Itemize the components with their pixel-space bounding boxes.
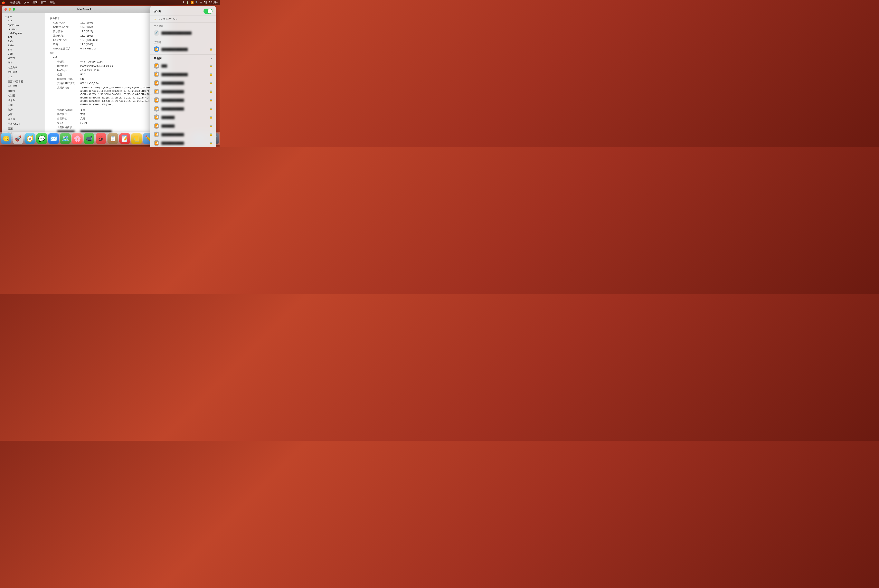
- sidebar-item-opticalburner[interactable]: 光盘刻录: [2, 65, 45, 70]
- network-item-9[interactable]: 📶 ████████████ 🔒: [150, 139, 216, 147]
- wifi-menubar-icon[interactable]: 📶: [190, 1, 194, 4]
- network-item-0[interactable]: 📶 ███ 🔒: [150, 62, 216, 70]
- dock-item-safari[interactable]: 🧭: [24, 133, 35, 144]
- dock-item-mail[interactable]: ✉️: [48, 133, 59, 144]
- dock-item-launchpad[interactable]: 🚀: [13, 133, 23, 144]
- connected-network-name: ██████████████: [161, 48, 207, 51]
- collapse-icon: ▾: [5, 16, 6, 18]
- dock-item-facetime[interactable]: 📹: [84, 133, 94, 144]
- mail-icon: ✉️: [50, 135, 57, 142]
- wifi-panel: Wi-Fi ⚠ 安全性低 (WPA)... 个人热点 🔗 ███████████…: [150, 6, 216, 147]
- sidebar-item-bluetooth[interactable]: 蓝牙: [2, 108, 45, 112]
- warning-icon: ⚠: [154, 18, 156, 21]
- sidebar-item-audio[interactable]: 音频: [2, 126, 45, 131]
- lock-icon-1: 🔒: [209, 73, 213, 76]
- sidebar-item-spi[interactable]: SPI: [2, 48, 45, 52]
- network-item-2[interactable]: 📶 ████████████ 🔒: [150, 79, 216, 87]
- menu-edit[interactable]: 编辑: [33, 1, 38, 4]
- wifi-warning-text: 安全性低 (WPA)...: [158, 17, 177, 21]
- sidebar-item-printer[interactable]: 打印机: [2, 88, 45, 93]
- dock-item-messages[interactable]: 💬: [36, 133, 47, 144]
- window-title: MacBook Pro: [77, 8, 94, 11]
- addon-menu-label: 附加菜单:: [49, 29, 80, 34]
- sidebar-item-pci[interactable]: PCI: [2, 35, 45, 39]
- network-item-5[interactable]: 📶 ████████████ 🔒: [150, 104, 216, 113]
- control-center-icon[interactable]: ⊞: [200, 1, 202, 4]
- sidebar-group-hardware[interactable]: ▾ 硬件: [2, 15, 45, 19]
- wifi-signal-icon-9: 📶: [154, 140, 159, 146]
- sidebar-item-ethernet[interactable]: 以太网: [2, 56, 45, 60]
- dock-item-reminders[interactable]: 📝: [119, 133, 130, 144]
- wifi-signal-icon-5: 📶: [154, 106, 159, 111]
- sidebar-item-sata[interactable]: SATA: [2, 44, 45, 48]
- traffic-lights: [4, 8, 15, 10]
- sidebar-item-parallelscsi[interactable]: 并行 SCSI: [2, 84, 45, 88]
- wake-label: 无线网络唤醒:: [49, 108, 80, 112]
- close-button[interactable]: [4, 8, 7, 10]
- lock-icon-5: 🔒: [209, 107, 213, 110]
- dock-item-clipboard[interactable]: 📋: [108, 133, 118, 144]
- wifi-signal-icon-2: 📶: [154, 80, 159, 86]
- network-name-9: ████████████: [161, 142, 207, 145]
- dock-item-calendar[interactable]: 5月 18: [96, 133, 106, 144]
- dock-item-notes[interactable]: 📒: [131, 133, 142, 144]
- autounlock-label: 自动解锁:: [49, 117, 80, 121]
- sidebar-item-camera[interactable]: 摄像头: [2, 98, 45, 103]
- lock-icon-2: 🔒: [209, 81, 213, 84]
- main-window: MacBook Pro ▾ 硬件 ATA Apple Pay FireWire …: [2, 6, 170, 141]
- sidebar-item-ata[interactable]: ATA: [2, 19, 45, 23]
- clipboard-icon: 📋: [110, 135, 117, 142]
- sidebar-item-thunderbolt[interactable]: 雷雳/USB4: [2, 122, 45, 126]
- sidebar-item-power[interactable]: 电源: [2, 103, 45, 108]
- menu-system-info[interactable]: 系统信息: [10, 1, 21, 4]
- sidebar-item-memory[interactable]: 内存: [2, 75, 45, 79]
- apple-logo-icon[interactable]: 🍎: [2, 1, 5, 4]
- search-icon[interactable]: 🔍: [195, 1, 198, 4]
- country-label: 国家/地区代码:: [49, 77, 80, 81]
- network-name-4: ████████████: [161, 99, 207, 102]
- menu-window[interactable]: 窗口: [41, 1, 46, 4]
- mac-label: MAC地址:: [49, 68, 80, 72]
- wifi-signal-icon-0: 📶: [154, 63, 159, 69]
- software-version-label: 软件版本:: [49, 16, 80, 21]
- sidebar-item-diagnostics[interactable]: 诊断: [2, 112, 45, 117]
- reminders-icon: 📝: [121, 135, 128, 142]
- dock-item-finder[interactable]: 😊: [1, 133, 12, 144]
- other-networks-header[interactable]: 其他网 ▼: [150, 56, 216, 62]
- sidebar-item-cardreader[interactable]: 读卡器: [2, 117, 45, 122]
- lock-icon-7: 🔒: [209, 124, 213, 127]
- sidebar-item-sas[interactable]: SAS: [2, 39, 45, 44]
- hotspot-item[interactable]: 🔗 ████████████████: [150, 28, 216, 37]
- wifi-signal-icon-1: 📶: [154, 72, 159, 77]
- diag-label: 诊断:: [49, 42, 80, 46]
- network-name-6: ███████: [161, 116, 207, 119]
- network-item-7[interactable]: 📶 ███████ 🔒: [150, 122, 216, 130]
- minimize-button[interactable]: [9, 8, 11, 10]
- network-item-6[interactable]: 📶 ███████ 🔒: [150, 113, 216, 122]
- io80211-label: IO80211系列:: [49, 38, 80, 42]
- sidebar-item-fibrechannel[interactable]: 光纤通道: [2, 70, 45, 75]
- calendar-icon: 5月 18: [99, 136, 103, 141]
- menu-help[interactable]: 帮助: [50, 1, 55, 4]
- menu-file[interactable]: 文件: [24, 1, 29, 4]
- dock-item-maps[interactable]: 🗺️: [60, 133, 71, 144]
- network-name-1: ██████████████: [161, 73, 207, 76]
- sidebar-item-applepay[interactable]: Apple Pay: [2, 23, 45, 27]
- network-item-8[interactable]: 📶 ████████████ 🔒: [150, 130, 216, 139]
- sidebar-item-firewire[interactable]: FireWire: [2, 27, 45, 31]
- wifi-toggle[interactable]: [204, 9, 213, 14]
- dock-item-photos[interactable]: 🌸: [72, 133, 82, 144]
- network-item-4[interactable]: 📶 ████████████ 🔒: [150, 96, 216, 104]
- sidebar-item-controller[interactable]: 控制器: [2, 93, 45, 98]
- connected-network-item[interactable]: 📶 ██████████████ 🔒: [150, 45, 216, 54]
- sidebar-item-graphics[interactable]: 图形卡/显示器: [2, 79, 45, 84]
- sysinfo-label: 系统信息:: [49, 34, 80, 38]
- facetime-icon: 📹: [86, 135, 93, 142]
- sidebar-item-usb[interactable]: USB: [2, 52, 45, 56]
- maximize-button[interactable]: [13, 8, 15, 10]
- network-item-3[interactable]: 📶 ████████████ 🔒: [150, 87, 216, 96]
- sidebar-item-nvmexpress[interactable]: NVMExpress: [2, 31, 45, 35]
- launchpad-icon: 🚀: [15, 135, 22, 142]
- sidebar-item-storage[interactable]: 储存: [2, 60, 45, 65]
- network-item-1[interactable]: 📶 ██████████████ 🔒: [150, 70, 216, 79]
